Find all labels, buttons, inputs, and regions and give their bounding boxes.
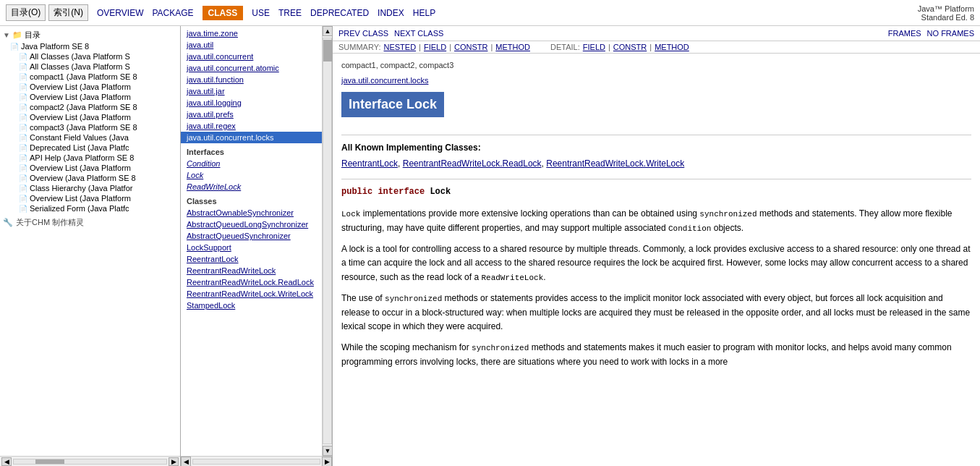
content-nav: PREV CLASS NEXT CLASS FRAMES NO FRAMES xyxy=(333,26,980,41)
no-frames-btn[interactable]: NO FRAMES xyxy=(927,29,974,38)
content-summary: SUMMARY: NESTED | FIELD | CONSTR | METHO… xyxy=(333,41,980,54)
tree-item[interactable]: 📄Serialized Form (Java Platfc xyxy=(1,203,179,213)
nav-deprecated[interactable]: DEPRECATED xyxy=(310,8,369,18)
mid-package-item[interactable]: java.util.prefs xyxy=(181,109,322,120)
h-scroll-left-btn[interactable]: ◀ xyxy=(1,457,12,466)
h-scroll-right-btn[interactable]: ▶ xyxy=(169,457,179,466)
mid-package-item[interactable]: java.util.logging xyxy=(181,97,322,109)
desc-para-3: The use of synchronized methods or state… xyxy=(341,292,971,334)
menu-btn-suoyin[interactable]: 索引(N) xyxy=(48,4,88,21)
mid-class-item[interactable]: AbstractOwnableSynchronizer xyxy=(181,207,322,219)
tree-item[interactable]: 📄Deprecated List (Java Platfc xyxy=(1,143,179,153)
tree-item-bottom-note[interactable]: 🔧 关于CHM 制作精灵 xyxy=(1,216,179,229)
divider1 xyxy=(341,135,971,135)
breadcrumb-line2: java.util.concurrent.locks xyxy=(341,75,971,87)
mid-class-item[interactable]: LockSupport xyxy=(181,242,322,253)
mid-package-item[interactable]: java.util xyxy=(181,39,322,51)
tree-item[interactable]: 📄compact1 (Java Platform SE 8 xyxy=(1,72,179,82)
mid-package-item[interactable]: java.util.concurrent xyxy=(181,51,322,62)
tree-item[interactable]: 📄Overview List (Java Platform xyxy=(1,163,179,173)
nav-index[interactable]: INDEX xyxy=(378,8,404,18)
tree-item[interactable]: 📄Java Platform SE 8 xyxy=(1,41,179,51)
mid-class-item[interactable]: ReentrantReadWriteLock.WriteLock xyxy=(181,288,322,300)
v-scroll-track[interactable] xyxy=(323,38,332,444)
breadcrumb-line1: compact1, compact2, compact3 xyxy=(341,59,971,72)
tree-item[interactable]: 📄All Classes (Java Platform S xyxy=(1,51,179,62)
prev-class-btn[interactable]: PREV CLASS xyxy=(338,29,388,38)
interfaces-label: Interfaces xyxy=(181,143,322,158)
v-scroll-up-btn[interactable]: ▲ xyxy=(323,26,332,36)
mid-class-item[interactable]: ReentrantReadWriteLock xyxy=(181,265,322,276)
impl-reentrantreadwritelock-readlock[interactable]: ReentrantReadWriteLock.ReadLock xyxy=(403,158,542,169)
nav-use[interactable]: USE xyxy=(252,8,270,18)
tree-item[interactable]: 📄Overview List (Java Platform xyxy=(1,112,179,122)
tree-item[interactable]: 📄compact3 (Java Platform SE 8 xyxy=(1,122,179,132)
breadcrumb-package-link[interactable]: java.util.concurrent.locks xyxy=(341,76,428,85)
implementing-classes: ReentrantLock, ReentrantReadWriteLock.Re… xyxy=(341,157,971,170)
impl-reentrantreadwritelock-writelock[interactable]: ReentrantReadWriteLock.WriteLock xyxy=(546,158,684,169)
menu-btn-mulu[interactable]: 目录(O) xyxy=(6,4,46,21)
nav-package[interactable]: PACKAGE xyxy=(152,8,193,18)
tree-item[interactable]: 📄Class Hierarchy (Java Platfor xyxy=(1,183,179,193)
mid-h-scroll-track[interactable] xyxy=(192,459,320,465)
mid-class-item[interactable]: AbstractQueuedSynchronizer xyxy=(181,230,322,242)
mid-class-item[interactable]: ReentrantReadWriteLock.ReadLock xyxy=(181,276,322,288)
tree-root-expand[interactable]: ▼ 📁 目录 xyxy=(1,29,179,41)
nav-help[interactable]: HELP xyxy=(413,8,435,18)
code-signature: public interface Lock xyxy=(341,185,971,198)
mid-package-item[interactable]: java.time.zone xyxy=(181,27,322,39)
mid-interface-item[interactable]: ReadWriteLock xyxy=(181,181,322,192)
mid-package-item[interactable]: java.util.regex xyxy=(181,120,322,132)
mid-list: java.time.zonejava.utiljava.util.concurr… xyxy=(181,26,322,456)
mid-interface-item[interactable]: Lock xyxy=(181,169,322,181)
desc-para-2: A lock is a tool for controlling access … xyxy=(341,242,971,284)
mid-h-scroll-left[interactable]: ◀ xyxy=(181,457,191,467)
impl-reentrantlock[interactable]: ReentrantLock xyxy=(341,158,398,169)
detail-method-link[interactable]: METHOD xyxy=(655,43,689,51)
tree-item[interactable]: 📄Constant Field Values (Java xyxy=(1,132,179,143)
implementing-title: All Known Implementing Classes: xyxy=(341,141,971,154)
next-class-btn[interactable]: NEXT CLASS xyxy=(394,29,443,38)
detail-constr-link[interactable]: CONSTR xyxy=(613,43,647,51)
nav-class[interactable]: CLASS xyxy=(203,6,244,20)
summary-nested-link[interactable]: NESTED xyxy=(383,43,416,51)
mid-vscroll[interactable]: ▲ ▼ xyxy=(322,26,332,456)
tree-area: ▼ 📁 目录 📄Java Platform SE 8📄All Classes (… xyxy=(0,26,180,456)
mid-package-item[interactable]: java.util.jar xyxy=(181,85,322,97)
mid-interface-item[interactable]: Condition xyxy=(181,158,322,169)
mid-package-item[interactable]: java.util.function xyxy=(181,74,322,85)
summary-method-link[interactable]: METHOD xyxy=(495,43,530,51)
tree-item[interactable]: 📄Overview (Java Platform SE 8 xyxy=(1,173,179,183)
tree-item[interactable]: 📄Overview List (Java Platform xyxy=(1,82,179,92)
mid-class-item[interactable]: StampedLock xyxy=(181,300,322,311)
desc-para-1: Lock implementations provide more extens… xyxy=(341,207,971,235)
desc-para-4: While the scoping mechanism for synchron… xyxy=(341,341,971,369)
mid-package-item[interactable]: java.util.concurrent.atomic xyxy=(181,62,322,74)
divider2 xyxy=(341,179,971,179)
tree-item[interactable]: 📄Overview List (Java Platform xyxy=(1,193,179,203)
detail-field-link[interactable]: FIELD xyxy=(583,43,605,51)
classes-label: Classes xyxy=(181,192,322,207)
mid-class-item[interactable]: ReentrantLock xyxy=(181,253,322,265)
nav-tree[interactable]: TREE xyxy=(278,8,302,18)
content-body: compact1, compact2, compact3 java.util.c… xyxy=(333,54,980,466)
interface-title: Interface Lock xyxy=(341,92,444,117)
mid-item-selected[interactable]: java.util.concurrent.locks xyxy=(181,132,322,143)
summary-constr-link[interactable]: CONSTR xyxy=(454,43,487,51)
tree-item[interactable]: 📄Overview List (Java Platform xyxy=(1,92,179,102)
v-scroll-down-btn[interactable]: ▼ xyxy=(323,446,332,456)
tree-item[interactable]: 📄All Classes (Java Platform S xyxy=(1,62,179,72)
frames-btn[interactable]: FRAMES xyxy=(888,29,921,38)
tree-item[interactable]: 📄compact2 (Java Platform SE 8 xyxy=(1,102,179,112)
mid-h-scroll-right[interactable]: ▶ xyxy=(322,457,332,467)
mid-class-item[interactable]: AbstractQueuedLongSynchronizer xyxy=(181,219,322,230)
summary-field-link[interactable]: FIELD xyxy=(424,43,446,51)
product-info: Java™ Platform Standard Ed. 8 xyxy=(918,4,974,22)
tree-item[interactable]: 📄API Help (Java Platform SE 8 xyxy=(1,153,179,163)
nav-overview[interactable]: OVERVIEW xyxy=(97,8,143,18)
